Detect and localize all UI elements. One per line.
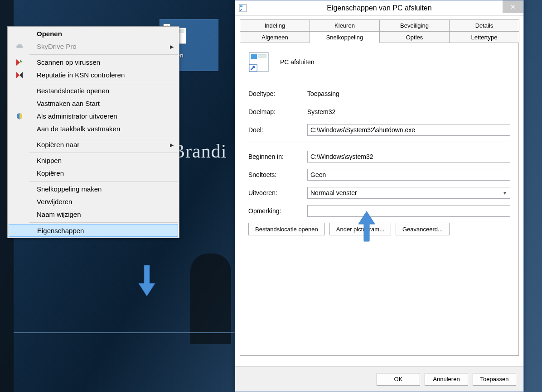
dialog-title-text: Eigenschappen van PC afsluiten <box>327 4 431 12</box>
context-menu-item-verwijderen[interactable]: Verwijderen <box>8 196 179 208</box>
context-menu-item-label: Als administrator uitvoeren <box>37 112 117 120</box>
context-menu-separator <box>29 222 178 223</box>
label-beginnen: Beginnen in: <box>248 153 307 160</box>
context-menu-item-label: SkyDrive Pro <box>37 43 77 50</box>
context-menu-item-label: Verwijderen <box>37 198 72 206</box>
tab-lettertype[interactable]: Lettertype <box>449 31 519 43</box>
context-menu-item-bestandslocatie-openen[interactable]: Bestandslocatie openen <box>8 85 179 97</box>
svg-rect-6 <box>240 5 242 7</box>
context-menu-item-reputatie-in-ksn-controleren[interactable]: Reputatie in KSN controleren <box>8 69 179 81</box>
input-doel[interactable] <box>307 124 510 136</box>
wallpaper-silhouette <box>190 253 231 344</box>
tab-details[interactable]: Details <box>449 19 519 31</box>
context-menu-item-eigenschappen[interactable]: Eigenschappen <box>9 224 178 237</box>
label-sneltoets: Sneltoets: <box>248 171 307 178</box>
advanced-button[interactable]: Geavanceerd... <box>396 223 450 235</box>
open-file-location-button[interactable]: Bestandslocatie openen <box>248 223 325 235</box>
apply-button[interactable]: Toepassen <box>473 373 516 386</box>
context-menu-item-kopi-ren[interactable]: Kopiëren <box>8 167 179 180</box>
context-menu-separator <box>29 153 178 153</box>
context-menu-item-als-administrator-uitvoeren[interactable]: Als administrator uitvoeren <box>8 110 179 123</box>
context-menu-item-vastmaken-aan-start[interactable]: Vastmaken aan Start <box>8 97 179 110</box>
context-menu-item-snelkoppeling-maken[interactable]: Snelkoppeling maken <box>8 183 179 196</box>
context-menu-separator <box>29 83 178 83</box>
properties-dialog: Eigenschappen van PC afsluiten ✕ Indelin… <box>235 0 524 392</box>
select-uitvoeren-value: Normaal venster <box>310 189 357 196</box>
form-separator <box>248 79 510 79</box>
wallpaper-text: Brandi <box>172 140 227 162</box>
ok-button[interactable]: OK <box>377 373 420 386</box>
context-menu-item-naam-wijzigen[interactable]: Naam wijzigen <box>8 208 179 221</box>
skydrive-icon <box>15 42 24 51</box>
context-menu-item-label: Scannen op virussen <box>37 58 100 66</box>
context-menu-item-label: Knippen <box>37 157 62 164</box>
value-doelmap: System32 <box>307 108 510 115</box>
dialog-system-icon <box>239 4 247 12</box>
context-menu-item-label: Naam wijzigen <box>37 210 81 218</box>
context-menu-item-label: Bestandslocatie openen <box>37 87 109 95</box>
submenu-arrow-icon: ▶ <box>170 139 174 151</box>
shortcut-name: PC afsluiten <box>280 58 314 66</box>
context-menu-item-kopi-ren-naar[interactable]: Kopiëren naar▶ <box>8 139 179 151</box>
tab-snelkoppeling[interactable]: Snelkoppeling <box>310 31 380 43</box>
context-menu-item-knippen[interactable]: Knippen <box>8 154 179 167</box>
context-menu-item-label: Snelkoppeling maken <box>37 185 102 193</box>
context-menu-separator <box>29 181 178 182</box>
form-separator-2 <box>248 142 510 142</box>
submenu-arrow-icon: ▶ <box>170 40 174 53</box>
annotation-arrow-down <box>138 265 156 297</box>
context-menu-item-label: Openen <box>37 30 62 38</box>
shortcut-large-icon <box>248 52 269 72</box>
label-doelmap: Doelmap: <box>248 108 307 115</box>
tab-kleuren[interactable]: Kleuren <box>310 19 380 31</box>
tab-beveiliging[interactable]: Beveiliging <box>379 19 450 31</box>
kav-ksn-icon <box>15 71 24 80</box>
context-menu-separator <box>29 54 178 55</box>
context-menu-item-label: Vastmaken aan Start <box>37 100 100 107</box>
svg-rect-8 <box>251 54 257 59</box>
context-menu-item-skydrive-pro: SkyDrive Pro▶ <box>8 40 179 53</box>
context-menu-item-label: Kopiëren naar <box>37 141 79 148</box>
annotation-arrow-up <box>358 210 376 242</box>
context-menu-item-label: Reputatie in KSN controleren <box>37 71 125 79</box>
tab-algemeen[interactable]: Algemeen <box>240 31 310 43</box>
context-menu-item-label: Aan de taakbalk vastmaken <box>37 125 120 133</box>
svg-rect-9 <box>258 54 266 56</box>
chevron-down-icon: ▼ <box>503 191 507 196</box>
kav-scan-icon <box>15 58 24 67</box>
value-doeltype: Toepassing <box>307 90 510 97</box>
context-menu-item-openen[interactable]: Openen <box>8 28 179 40</box>
tab-opties[interactable]: Opties <box>379 31 450 43</box>
label-opmerking: Opmerking: <box>248 207 307 215</box>
context-menu: OpenenSkyDrive Pro▶Scannen op virussenRe… <box>7 26 179 238</box>
context-menu-item-scannen-op-virussen[interactable]: Scannen op virussen <box>8 56 179 69</box>
dialog-close-button[interactable]: ✕ <box>503 0 523 13</box>
context-menu-item-label: Kopiëren <box>37 169 64 177</box>
input-sneltoets[interactable] <box>307 169 510 181</box>
shield-icon <box>15 112 24 121</box>
context-menu-separator <box>29 137 178 137</box>
input-opmerking[interactable] <box>307 205 510 217</box>
context-menu-item-aan-de-taakbalk-vastmaken[interactable]: Aan de taakbalk vastmaken <box>8 123 179 135</box>
input-beginnen[interactable] <box>307 151 510 163</box>
label-uitvoeren: Uitvoeren: <box>248 189 307 196</box>
label-doel: Doel: <box>248 126 307 134</box>
tab-panel-shortcut: PC afsluiten Doeltype: Toepassing Doelma… <box>240 43 519 356</box>
select-uitvoeren[interactable]: Normaal venster ▼ <box>307 187 510 199</box>
tab-indeling[interactable]: Indeling <box>240 19 310 31</box>
cancel-button[interactable]: Annuleren <box>425 373 468 386</box>
svg-rect-10 <box>258 57 266 58</box>
context-menu-item-label: Eigenschappen <box>37 227 84 234</box>
label-doeltype: Doeltype: <box>248 90 307 97</box>
dialog-footer: OK Annuleren Toepassen <box>235 366 523 392</box>
dialog-titlebar[interactable]: Eigenschappen van PC afsluiten ✕ <box>235 0 523 16</box>
close-icon: ✕ <box>510 3 516 10</box>
